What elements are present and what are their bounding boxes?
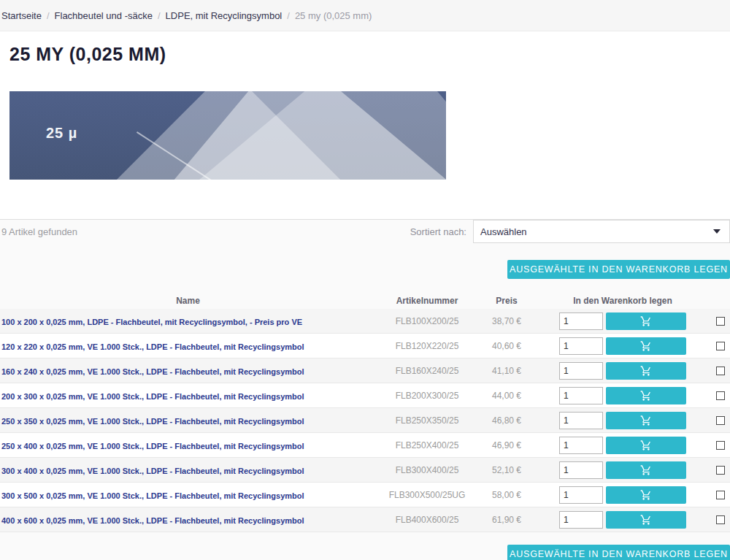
quantity-input[interactable]	[559, 312, 603, 330]
cart-icon	[640, 514, 652, 526]
price: 46,80 €	[478, 415, 535, 426]
select-article-checkbox[interactable]	[716, 515, 725, 524]
price: 41,10 €	[478, 366, 535, 376]
add-to-cart-button[interactable]	[606, 511, 686, 529]
sort-select[interactable]: Auswählen	[473, 220, 730, 243]
article-table: Name Artikelnummer Preis In den Warenkor…	[0, 293, 730, 532]
select-article-checkbox[interactable]	[716, 466, 725, 475]
header-name: Name	[0, 296, 376, 306]
breadcrumb-item-home[interactable]: Startseite	[1, 10, 42, 21]
add-to-cart-button[interactable]	[606, 312, 686, 330]
table-row: 300 x 500 x 0,025 mm, VE 1.000 Stck., LD…	[0, 483, 730, 507]
category-header: 25 MY (0,025 MM) 25 µ	[0, 44, 730, 180]
quantity-input[interactable]	[559, 511, 603, 529]
add-to-cart-button[interactable]	[606, 362, 686, 380]
cart-icon	[640, 415, 652, 426]
image-thickness-label: 25 µ	[46, 125, 77, 142]
select-article-checkbox[interactable]	[716, 416, 725, 425]
price: 44,00 €	[478, 391, 535, 401]
table-row: 300 x 400 x 0,025 mm, VE 1.000 Stck., LD…	[0, 458, 730, 483]
table-row: 120 x 220 x 0,025 mm, VE 1.000 Stck., LD…	[0, 334, 730, 358]
select-article-checkbox[interactable]	[716, 391, 725, 400]
article-number: FLB100X200/25	[376, 316, 478, 326]
cart-icon	[640, 365, 652, 377]
table-header: Name Artikelnummer Preis In den Warenkor…	[0, 293, 730, 309]
breadcrumb-item-current: 25 my (0,025 mm)	[295, 10, 372, 21]
breadcrumb-separator: /	[158, 10, 161, 21]
add-to-cart-button[interactable]	[606, 486, 686, 504]
quantity-input[interactable]	[559, 437, 603, 454]
cart-icon	[640, 440, 652, 451]
result-count: 9 Artikel gefunden	[0, 226, 77, 237]
header-sku: Artikelnummer	[376, 296, 478, 306]
table-body: 100 x 200 x 0,025 mm, LDPE - Flachbeutel…	[0, 309, 730, 532]
cart-icon	[640, 340, 652, 352]
select-article-checkbox[interactable]	[716, 342, 725, 350]
cart-icon	[640, 315, 652, 327]
cart-icon	[640, 390, 652, 402]
quantity-input[interactable]	[559, 387, 603, 404]
add-to-cart-button[interactable]	[606, 337, 686, 355]
table-row: 400 x 600 x 0,025 mm, VE 1.000 Stck., LD…	[0, 507, 730, 532]
quantity-input[interactable]	[559, 362, 603, 380]
breadcrumb-item-subcategory[interactable]: LDPE, mit Recyclingsymbol	[166, 10, 283, 21]
header-price: Preis	[478, 296, 535, 306]
product-link[interactable]: 250 x 350 x 0,025 mm, VE 1.000 Stck., LD…	[1, 417, 304, 426]
select-article-checkbox[interactable]	[716, 367, 725, 375]
add-to-cart-button[interactable]	[606, 461, 686, 479]
table-row: 200 x 300 x 0,025 mm, VE 1.000 Stck., LD…	[0, 383, 730, 408]
select-article-checkbox[interactable]	[716, 491, 725, 499]
cart-icon	[640, 464, 652, 476]
article-number: FLB120X220/25	[376, 341, 478, 351]
listing-toolbar: 9 Artikel gefunden Sortiert nach: Auswäh…	[0, 220, 730, 243]
chevron-down-icon	[713, 229, 721, 234]
select-article-checkbox[interactable]	[716, 317, 725, 326]
header-cart: In den Warenkorb legen	[535, 296, 710, 306]
product-link[interactable]: 300 x 500 x 0,025 mm, VE 1.000 Stck., LD…	[1, 491, 304, 500]
add-to-cart-button[interactable]	[606, 437, 686, 454]
table-row: 100 x 200 x 0,025 mm, LDPE - Flachbeutel…	[0, 309, 730, 334]
article-number: FLB400X600/25	[376, 515, 478, 525]
cart-icon	[640, 489, 652, 501]
product-link[interactable]: 300 x 400 x 0,025 mm, VE 1.000 Stck., LD…	[1, 467, 304, 475]
breadcrumb-separator: /	[287, 10, 290, 21]
quantity-input[interactable]	[559, 337, 603, 355]
article-number: FLB160X240/25	[376, 366, 478, 376]
breadcrumb-item-category[interactable]: Flachbeutel und -säcke	[55, 10, 153, 21]
table-row: 250 x 350 x 0,025 mm, VE 1.000 Stck., LD…	[0, 408, 730, 433]
article-number: FLB250X350/25	[376, 415, 478, 426]
product-link[interactable]: 200 x 300 x 0,025 mm, VE 1.000 Stck., LD…	[1, 392, 304, 401]
table-row: 160 x 240 x 0,025 mm, VE 1.000 Stck., LD…	[0, 358, 730, 383]
sort-selected-value: Auswählen	[480, 226, 713, 237]
add-to-cart-button[interactable]	[606, 412, 686, 429]
article-number: FLB250X400/25	[376, 440, 478, 450]
price: 52,10 €	[478, 465, 535, 475]
sort-controls: Sortiert nach: Auswählen	[410, 220, 730, 243]
add-selected-to-cart-button-bottom[interactable]: AUSGEWÄHLTE IN DEN WARENKORB LEGEN	[507, 545, 730, 560]
price: 61,90 €	[478, 515, 535, 525]
page-title: 25 MY (0,025 MM)	[9, 44, 721, 64]
article-number: FLB300X400/25	[376, 465, 478, 475]
product-link[interactable]: 400 x 600 x 0,025 mm, VE 1.000 Stck., LD…	[1, 516, 304, 525]
product-link[interactable]: 120 x 220 x 0,025 mm, VE 1.000 Stck., LD…	[1, 342, 304, 351]
article-number: FLB300X500/25UG	[376, 490, 478, 500]
product-link[interactable]: 100 x 200 x 0,025 mm, LDPE - Flachbeutel…	[1, 318, 302, 326]
breadcrumb: Startseite / Flachbeutel und -säcke / LD…	[1, 10, 372, 21]
breadcrumb-bar: Startseite / Flachbeutel und -säcke / LD…	[0, 0, 730, 31]
add-to-cart-button[interactable]	[606, 387, 686, 404]
product-listing: 9 Artikel gefunden Sortiert nach: Auswäh…	[0, 219, 730, 560]
table-row: 250 x 400 x 0,025 mm, VE 1.000 Stck., LD…	[0, 433, 730, 458]
quantity-input[interactable]	[559, 461, 603, 479]
price: 38,70 €	[478, 316, 535, 326]
add-selected-to-cart-button-top[interactable]: AUSGEWÄHLTE IN DEN WARENKORB LEGEN	[507, 260, 730, 279]
category-image: 25 µ	[9, 91, 446, 180]
price: 46,90 €	[478, 440, 535, 450]
price: 40,60 €	[478, 341, 535, 351]
article-number: FLB200X300/25	[376, 391, 478, 401]
product-link[interactable]: 160 x 240 x 0,025 mm, VE 1.000 Stck., LD…	[1, 367, 304, 376]
product-link[interactable]: 250 x 400 x 0,025 mm, VE 1.000 Stck., LD…	[1, 442, 304, 450]
quantity-input[interactable]	[559, 486, 603, 504]
breadcrumb-separator: /	[47, 10, 50, 21]
select-article-checkbox[interactable]	[716, 441, 725, 450]
quantity-input[interactable]	[559, 412, 603, 429]
